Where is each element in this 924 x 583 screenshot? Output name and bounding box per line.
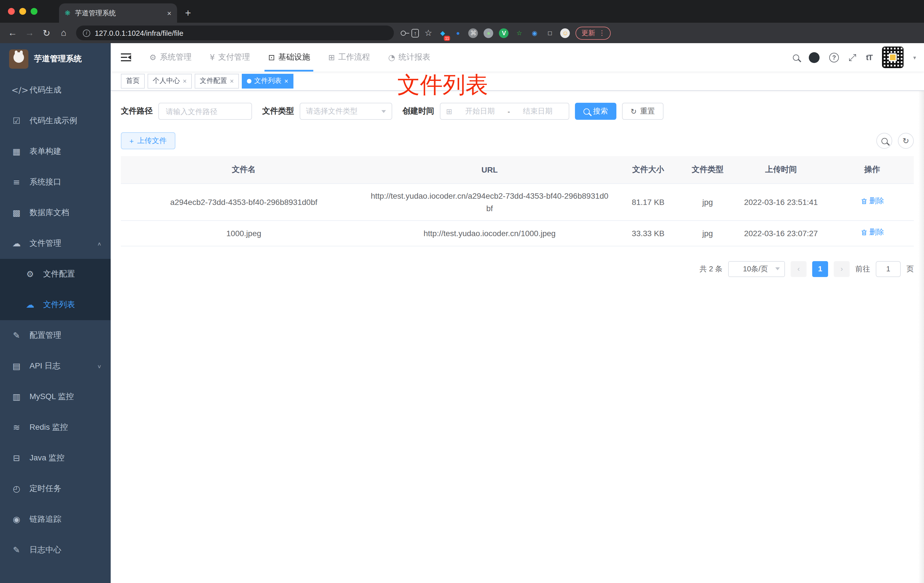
site-info-icon[interactable]: i <box>83 29 90 36</box>
delete-button[interactable]: 删除 <box>860 227 884 239</box>
fullscreen-icon[interactable]: ⤢ <box>848 53 856 62</box>
search-button[interactable]: 搜索 <box>575 103 616 120</box>
new-tab-button[interactable]: + <box>185 7 191 19</box>
col-file-type: 文件类型 <box>684 156 732 183</box>
extension-green-star-icon[interactable]: ☆ <box>515 28 524 38</box>
top-nav-system[interactable]: ⚙ 系统管理 <box>140 43 201 71</box>
minimize-window-button[interactable] <box>19 8 26 15</box>
upload-file-button[interactable]: + 上传文件 <box>121 132 175 149</box>
file-path-input[interactable] <box>158 103 252 120</box>
extension-balloon-icon[interactable]: ● <box>453 28 463 38</box>
end-date-placeholder[interactable]: 结束日期 <box>512 106 563 116</box>
menu-fold-icon[interactable] <box>121 53 131 61</box>
file-type-select[interactable]: 请选择文件类型 <box>300 103 392 120</box>
chevron-down-icon <box>775 268 780 273</box>
sidebar-item-label: 文件管理 <box>30 238 61 249</box>
sidebar-item-label: 表单构建 <box>30 147 61 157</box>
log-center-icon: ✎ <box>12 545 21 555</box>
col-file-size: 文件大小 <box>612 156 684 183</box>
reload-icon[interactable]: ↻ <box>40 28 53 38</box>
table-toolbar: + 上传文件 ↻ <box>121 132 914 149</box>
select-placeholder: 请选择文件类型 <box>306 106 358 116</box>
sidebar-item-api-log[interactable]: ▤ API 日志 ∨ <box>0 351 111 382</box>
sidebar-item-code-gen[interactable]: </> 代码生成 <box>0 75 111 106</box>
tag-label: 文件列表 <box>254 76 282 86</box>
sidebar-item-system-api[interactable]: ≡ 系统接口 <box>0 167 111 198</box>
sidebar-item-file-config[interactable]: ⚙ 文件配置 <box>0 259 111 289</box>
sidebar-logo[interactable]: 芋道管理系统 <box>0 43 111 75</box>
sidebar-item-mysql-monitor[interactable]: ▥ MySQL 监控 <box>0 382 111 412</box>
sidebar-item-code-gen-example[interactable]: ☑ 代码生成示例 <box>0 106 111 136</box>
code-icon: </> <box>12 85 21 95</box>
sidebar-item-java-monitor[interactable]: ⊟ Java 监控 <box>0 443 111 474</box>
sidebar-item-file-manage[interactable]: ☁ 文件管理 ∧ <box>0 228 111 259</box>
user-avatar[interactable] <box>882 46 904 68</box>
github-icon[interactable] <box>809 52 820 63</box>
refresh-button[interactable]: ↻ <box>898 133 914 149</box>
sidebar-item-redis-monitor[interactable]: ≋ Redis 监控 <box>0 412 111 443</box>
sidebar-item-config-manage[interactable]: ✎ 配置管理 <box>0 320 111 351</box>
browser-tabstrip: ❋ 芋道管理系统 × + <box>0 0 924 23</box>
page-size-select[interactable]: 10条/页 <box>728 261 785 277</box>
sidebar-item-cron-job[interactable]: ◴ 定时任务 <box>0 474 111 504</box>
tag-close-icon[interactable]: × <box>284 77 288 85</box>
font-size-icon[interactable]: tT <box>866 53 872 62</box>
logo-image <box>9 50 28 69</box>
extension-green-dot-icon[interactable]: ● <box>484 28 493 38</box>
scrollbar[interactable] <box>918 43 924 583</box>
extension-command-icon[interactable]: ⌘ <box>469 28 478 38</box>
timer-icon: ◴ <box>12 484 21 494</box>
tab-close-icon[interactable]: × <box>167 9 172 17</box>
sidebar-item-file-list[interactable]: ☁ 文件列表 <box>0 289 111 320</box>
top-nav-workflow[interactable]: ⊞ 工作流程 <box>319 43 379 71</box>
top-nav-report[interactable]: ◔ 统计报表 <box>379 43 439 71</box>
delete-button[interactable]: 删除 <box>860 196 884 208</box>
bookmark-star-icon[interactable]: ☆ <box>424 28 432 38</box>
top-nav-infra[interactable]: ⊡ 基础设施 <box>259 43 319 71</box>
sidebar-item-log-center[interactable]: ✎ 日志中心 <box>0 535 111 565</box>
extension-blue-eye-icon[interactable]: ◉ <box>530 28 540 38</box>
update-button[interactable]: 更新 ⋮ <box>576 26 611 40</box>
tag-close-icon[interactable]: × <box>183 77 187 85</box>
close-window-button[interactable] <box>8 8 15 15</box>
top-nav-label: 系统管理 <box>160 52 191 63</box>
reset-button[interactable]: ↻ 重置 <box>622 103 663 120</box>
show-search-button[interactable] <box>876 133 892 149</box>
search-icon[interactable] <box>793 54 799 61</box>
app-header: ⚙ 系统管理 ¥ 支付管理 ⊡ 基础设施 ⊞ 工作流程 ◔ 统计报表 <box>111 43 924 71</box>
goto-label: 前往 <box>855 264 870 274</box>
help-icon[interactable]: ? <box>829 53 839 62</box>
sidebar-item-trace[interactable]: ◉ 链路追踪 <box>0 504 111 535</box>
menu-dots-icon[interactable]: ⋮ <box>599 29 605 37</box>
tag-file-list[interactable]: 文件列表 × <box>242 74 294 88</box>
avatar-caret-icon[interactable]: ▾ <box>913 54 916 61</box>
goto-page-input[interactable] <box>876 261 901 277</box>
sidebar-item-db-doc[interactable]: ▩ 数据库文档 <box>0 198 111 228</box>
tag-file-config[interactable]: 文件配置 × <box>195 74 239 88</box>
url-bar[interactable]: i 127.0.0.1:1024/infra/file/file <box>76 26 394 40</box>
back-icon[interactable]: ← <box>6 28 19 38</box>
extension-smiley-icon[interactable]: ☺ <box>561 28 570 38</box>
prev-page-button[interactable]: ‹ <box>790 261 807 277</box>
file-table: 文件名 URL 文件大小 文件类型 上传时间 操作 a294ecb2-73dd-… <box>121 156 914 246</box>
forward-icon[interactable]: → <box>23 28 36 38</box>
tag-profile[interactable]: 个人中心 × <box>148 74 192 88</box>
top-nav-pay[interactable]: ¥ 支付管理 <box>201 43 259 71</box>
start-date-placeholder[interactable]: 开始日期 <box>455 106 505 116</box>
browser-tab[interactable]: ❋ 芋道管理系统 × <box>59 3 177 23</box>
extension-puzzle-icon[interactable]: □ <box>545 28 555 38</box>
sidebar-item-form-builder[interactable]: ▦ 表单构建 <box>0 136 111 167</box>
active-tag-dot <box>247 79 251 83</box>
maximize-window-button[interactable] <box>31 8 38 15</box>
share-icon[interactable]: ↑ <box>411 29 419 37</box>
extension-v-circle-icon[interactable]: V <box>499 28 509 38</box>
next-page-button[interactable]: › <box>834 261 850 277</box>
page-1-button[interactable]: 1 <box>812 261 828 277</box>
home-icon[interactable]: ⌂ <box>57 28 70 38</box>
trash-icon <box>860 198 868 205</box>
tag-home[interactable]: 首页 <box>121 74 145 88</box>
tag-close-icon[interactable]: × <box>230 77 234 85</box>
date-range-picker[interactable]: ⊞ 开始日期 - 结束日期 <box>440 103 569 120</box>
password-key-icon[interactable] <box>401 30 406 35</box>
extension-blue-diamond-icon[interactable]: ◆ 11 <box>438 28 447 38</box>
